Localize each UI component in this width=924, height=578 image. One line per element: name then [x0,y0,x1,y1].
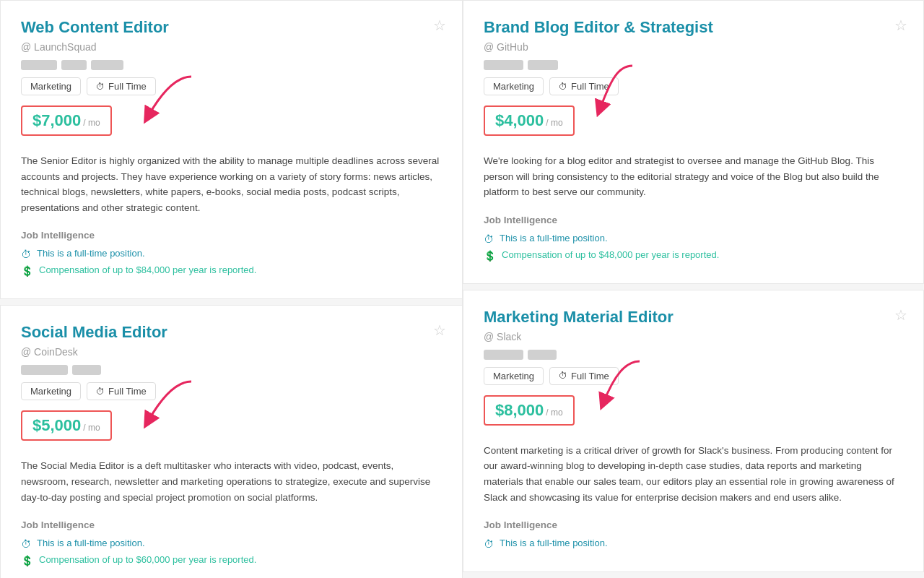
salary-period-4: / mo [546,407,562,418]
salary-container-3: $4,000/ mo [484,105,575,144]
company-social-media-editor: @ CoinDesk [21,346,442,358]
tag-fulltime-1[interactable]: Full Time [87,77,156,95]
dollar-icon-2: 💲 [21,555,33,566]
company-link-2[interactable]: CoinDesk [34,346,78,358]
blurred-tag-6 [484,60,523,70]
job-title-marketing-material-editor: Marketing Material Editor [484,308,903,327]
intel-title-2: Job Intelligence [21,519,442,530]
blurred-tag-9 [528,350,557,360]
blurred-tag-5 [72,365,101,375]
job-card-social-media-editor: ☆ Social Media Editor @ CoinDesk Marketi… [0,305,462,578]
salary-period-1: / mo [83,118,100,128]
salary-period-3: / mo [546,118,562,128]
clock-icon-4: ⏱ [484,538,494,550]
salary-amount-4: $8,000 [495,401,544,419]
tags-row-3: Marketing Full Time [484,77,903,95]
blurred-tag-3 [91,60,123,70]
job-card-web-content-editor: ☆ Web Content Editor @ LaunchSquad Marke… [0,0,462,299]
job-description-2: The Social Media Editor is a deft multit… [21,458,442,505]
company-link-4[interactable]: Slack [497,331,521,342]
company-web-content-editor: @ LaunchSquad [21,41,442,53]
tags-row-2: Marketing Full Time [21,382,442,400]
blurred-tags-2 [21,365,442,375]
tag-fulltime-3[interactable]: Full Time [549,77,619,95]
intel-fulltime-1: ⏱ This is a full-time position. [21,248,442,260]
star-button-marketing-material-editor[interactable]: ☆ [894,306,907,324]
intel-fulltime-4: ⏱ This is a full-time position. [484,538,903,550]
star-button-brand-blog-editor[interactable]: ☆ [894,17,907,34]
tag-marketing-1[interactable]: Marketing [21,77,81,95]
job-intelligence-4: Job Intelligence ⏱ This is a full-time p… [484,519,903,550]
salary-amount-2: $5,000 [32,416,81,434]
tag-marketing-3[interactable]: Marketing [484,77,544,95]
job-title-brand-blog-editor: Brand Blog Editor & Strategist [484,18,903,37]
job-card-marketing-material-editor: ☆ Marketing Material Editor @ Slack Mark… [463,290,924,572]
at-symbol-2: @ [21,346,34,358]
salary-box-1: $7,000/ mo [21,105,112,136]
tag-fulltime-4[interactable]: Full Time [549,367,619,385]
star-button-web-content-editor[interactable]: ☆ [433,17,446,34]
intel-fulltime-2: ⏱ This is a full-time position. [21,538,442,550]
blurred-tag-4 [21,365,68,375]
jobs-page: ☆ Web Content Editor @ LaunchSquad Marke… [0,0,924,578]
tags-row-1: Marketing Full Time [21,77,442,95]
tag-marketing-2[interactable]: Marketing [21,382,81,400]
intel-fulltime-3: ⏱ This is a full-time position. [484,233,903,245]
star-button-social-media-editor[interactable]: ☆ [433,322,446,339]
job-intelligence-2: Job Intelligence ⏱ This is a full-time p… [21,519,442,566]
company-link-3[interactable]: GitHub [497,41,528,53]
clock-icon-3: ⏱ [484,233,494,245]
salary-amount-1: $7,000 [32,111,81,129]
company-link[interactable]: LaunchSquad [34,41,96,53]
salary-period-2: / mo [83,423,100,433]
salary-amount-3: $4,000 [495,111,544,129]
job-description-1: The Senior Editor is highly organized wi… [21,153,442,215]
job-intelligence-1: Job Intelligence ⏱ This is a full-time p… [21,230,442,277]
job-title-social-media-editor: Social Media Editor [21,323,442,342]
tag-fulltime-2[interactable]: Full Time [87,382,156,400]
tags-row-4: Marketing Full Time [484,367,903,385]
intel-title-4: Job Intelligence [484,519,903,530]
company-marketing-material-editor: @ Slack [484,331,903,342]
company-brand-blog-editor: @ GitHub [484,41,903,53]
dollar-icon-1: 💲 [21,265,33,277]
dollar-icon-3: 💲 [484,250,496,262]
left-column: ☆ Web Content Editor @ LaunchSquad Marke… [0,0,462,578]
salary-container-4: $8,000/ mo [484,395,575,434]
tag-marketing-4[interactable]: Marketing [484,367,544,385]
clock-icon-2: ⏱ [21,538,31,550]
blurred-tag-8 [484,350,523,360]
salary-container-2: $5,000/ mo [21,410,112,449]
salary-box-3: $4,000/ mo [484,105,575,136]
salary-box-4: $8,000/ mo [484,395,575,426]
intel-title-1: Job Intelligence [21,230,442,241]
job-card-brand-blog-editor: ☆ Brand Blog Editor & Strategist @ GitHu… [463,0,924,284]
blurred-tag-2 [61,60,87,70]
right-column: ☆ Brand Blog Editor & Strategist @ GitHu… [462,0,924,578]
at-symbol: @ [21,41,34,53]
job-intelligence-3: Job Intelligence ⏱ This is a full-time p… [484,215,903,262]
clock-icon-1: ⏱ [21,249,31,260]
job-title-web-content-editor: Web Content Editor [21,18,442,37]
intel-comp-3: 💲 Compensation of up to $48,000 per year… [484,249,903,262]
job-description-3: We're looking for a blog editor and stra… [484,153,903,200]
intel-comp-2: 💲 Compensation of up to $60,000 per year… [21,554,442,566]
intel-comp-1: 💲 Compensation of up to $84,000 per year… [21,264,442,277]
intel-title-3: Job Intelligence [484,215,903,225]
at-symbol-4: @ [484,331,497,342]
blurred-tag-7 [528,60,558,70]
blurred-tags-3 [484,60,903,70]
blurred-tag-1 [21,60,57,70]
blurred-tags-1 [21,60,442,70]
salary-box-2: $5,000/ mo [21,410,112,441]
salary-container-1: $7,000/ mo [21,105,112,144]
job-description-4: Content marketing is a critical driver o… [484,443,903,505]
blurred-tags-4 [484,350,903,360]
at-symbol-3: @ [484,41,497,53]
